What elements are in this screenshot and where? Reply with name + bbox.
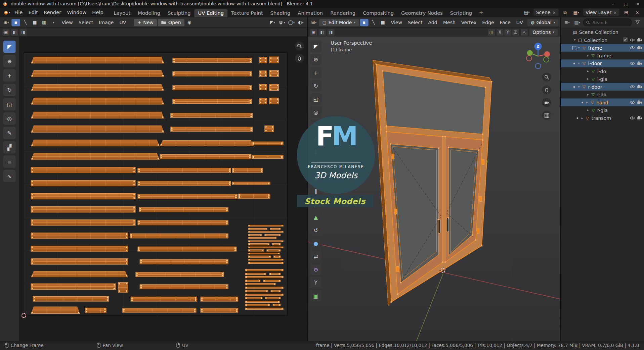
uv-island[interactable] xyxy=(270,228,281,230)
gizmo-x-neg-axis[interactable] xyxy=(526,56,532,61)
uv-island[interactable] xyxy=(269,272,280,274)
disclosure-icon[interactable]: ▾ xyxy=(576,61,581,65)
uv-island[interactable] xyxy=(140,259,228,264)
uv-select-mode-subtract-icon[interactable]: ◨ xyxy=(20,29,27,36)
view-layer-selector[interactable]: View Layer × xyxy=(583,9,619,16)
uv-zoom-icon[interactable] xyxy=(295,41,304,50)
uv-island[interactable] xyxy=(172,99,252,104)
uv-island[interactable] xyxy=(135,272,224,277)
uv-island[interactable] xyxy=(139,207,228,212)
tab-layout[interactable]: Layout xyxy=(110,9,134,17)
uv-island[interactable] xyxy=(130,234,228,239)
outliner-row-l-do[interactable]: ▸▽l-do xyxy=(561,67,644,75)
disclosure-icon[interactable]: ▸ xyxy=(585,101,589,104)
tool-tweak[interactable]: ◤ xyxy=(310,41,321,52)
add-workspace-button[interactable]: + xyxy=(476,9,486,16)
uv-island[interactable] xyxy=(248,237,276,239)
uv-select-vertex-button[interactable]: ▪ xyxy=(11,19,20,26)
tool-rotate[interactable]: ↻ xyxy=(3,84,16,96)
visibility-eye-icon[interactable] xyxy=(630,37,635,43)
pin-icon[interactable]: ◉ xyxy=(185,19,194,26)
uv-island[interactable] xyxy=(160,154,252,159)
uv-island[interactable] xyxy=(263,280,280,282)
outliner-row-r-do[interactable]: ▸▽r-do xyxy=(561,91,644,98)
uv-editor-type-icon[interactable]: ⊞▾ xyxy=(2,19,11,26)
outliner-row-scene-collection[interactable]: ▤Scene Collection xyxy=(561,28,644,36)
uv-island[interactable] xyxy=(245,280,260,282)
gizmo-y-neg-axis[interactable] xyxy=(544,57,549,62)
outliner-row-collection[interactable]: ▾▢Collection xyxy=(561,36,644,44)
uv-island[interactable] xyxy=(248,250,264,251)
uv-island[interactable] xyxy=(248,228,267,230)
uv-island[interactable] xyxy=(31,84,164,91)
menu-help[interactable]: Help xyxy=(89,9,106,16)
tool-edge-slide[interactable]: ⇄ xyxy=(310,251,321,262)
tool-tweak[interactable]: ◤ xyxy=(3,41,16,53)
tab-scripting[interactable]: Scripting xyxy=(446,9,476,17)
viewport-camera-icon[interactable] xyxy=(542,98,551,107)
uv-island[interactable] xyxy=(245,297,262,299)
uv-island[interactable] xyxy=(273,304,281,306)
uv-menu-select[interactable]: Select xyxy=(76,19,96,26)
options-dropdown[interactable]: Options▾ xyxy=(529,29,558,36)
uv-island[interactable] xyxy=(245,276,284,278)
disclosure-icon[interactable]: ▸ xyxy=(586,77,590,81)
uv-island[interactable] xyxy=(245,269,284,271)
disclosure-icon[interactable]: ▾ xyxy=(572,38,577,42)
uv-island[interactable] xyxy=(269,98,279,104)
tool-smooth[interactable]: ● xyxy=(310,238,321,249)
scene-selector[interactable]: Scene × xyxy=(533,9,558,16)
viewport-ortho-grid-icon[interactable] xyxy=(542,111,551,120)
tab-geometry-nodes[interactable]: Geometry Nodes xyxy=(397,9,446,17)
tab-rendering[interactable]: Rendering xyxy=(327,9,359,17)
outliner-editor-type-icon[interactable]: ≡▾ xyxy=(563,19,571,26)
uv-menu-uv[interactable]: UV xyxy=(117,19,129,26)
uv-island[interactable] xyxy=(31,112,164,119)
disclosure-icon[interactable]: ▸ xyxy=(586,108,590,112)
uv-island[interactable] xyxy=(245,294,284,296)
uv-island[interactable] xyxy=(259,70,267,77)
uv-island[interactable] xyxy=(232,182,270,185)
tab-texture-paint[interactable]: Texture Paint xyxy=(227,9,267,17)
uv-island[interactable] xyxy=(122,308,196,312)
collection-checkbox-icon[interactable] xyxy=(623,37,628,43)
disclosure-icon[interactable]: ▾ xyxy=(576,46,581,50)
tool-rotate[interactable]: ↻ xyxy=(310,80,321,91)
filter-funnel-icon[interactable] xyxy=(633,19,642,26)
uv-island[interactable] xyxy=(172,71,252,77)
uv-island[interactable] xyxy=(248,259,283,260)
tool-spin[interactable]: ↺ xyxy=(310,224,321,236)
uv-menu-view[interactable]: View xyxy=(59,19,76,26)
tool-move[interactable]: + xyxy=(310,67,321,78)
uv-island[interactable] xyxy=(238,194,270,199)
outliner-display-mode-icon[interactable]: ▤▾ xyxy=(573,19,582,26)
disclosure-icon[interactable]: ▸ xyxy=(580,116,584,120)
render-camera-icon[interactable] xyxy=(637,84,642,90)
vp-menu-edge[interactable]: Edge xyxy=(479,19,497,26)
outliner-row-hand[interactable]: ▸▽hand xyxy=(561,98,644,106)
uv-island[interactable] xyxy=(269,70,279,77)
uv-island[interactable] xyxy=(31,126,164,133)
tab-sculpting[interactable]: Sculpting xyxy=(164,9,195,17)
menu-render[interactable]: Render xyxy=(41,9,64,16)
visibility-eye-icon[interactable] xyxy=(630,115,635,121)
gizmo-x-axis[interactable] xyxy=(544,51,550,57)
view-layer-unlink-icon[interactable]: × xyxy=(613,10,617,14)
gizmo-z-neg-axis[interactable] xyxy=(535,63,541,69)
visibility-eye-icon[interactable] xyxy=(630,99,635,105)
tab-uv-editing[interactable]: UV Editing xyxy=(195,9,228,17)
uv-island[interactable] xyxy=(245,301,280,303)
close-button[interactable]: × xyxy=(632,0,644,8)
uv-island[interactable] xyxy=(131,297,197,302)
tool-annotate[interactable]: ✎ xyxy=(3,127,16,139)
uv-island[interactable] xyxy=(160,140,254,146)
outliner-row-r-gla[interactable]: ▸▽r-gla xyxy=(561,106,644,114)
disclosure-icon[interactable]: ▸ xyxy=(586,93,590,96)
uv-island[interactable] xyxy=(31,167,136,173)
vp-select-mode-extend-icon[interactable]: ◧ xyxy=(319,29,326,36)
app-menu-icon[interactable]: ▾ xyxy=(2,9,11,16)
uv-island[interactable] xyxy=(138,181,231,186)
mode-dropdown[interactable]: ▢ Edit Mode▾ xyxy=(319,19,359,26)
mirror-axis-x[interactable]: X xyxy=(497,29,504,36)
tool-poly-build[interactable]: ▲ xyxy=(310,211,321,223)
